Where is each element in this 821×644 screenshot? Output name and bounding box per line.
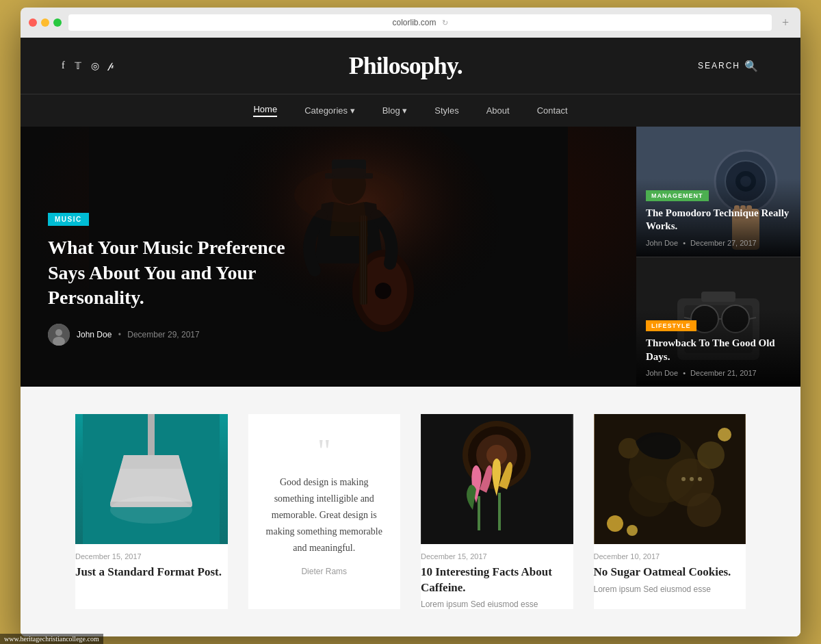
search-area[interactable]: SEARCH 🔍 — [698, 60, 759, 73]
search-icon[interactable]: 🔍 — [744, 60, 759, 73]
hero-side-cards: MANAGEMENT The Pomodoro Technique Really… — [636, 127, 800, 387]
quote-card: " Good design is making something intell… — [248, 414, 401, 597]
maximize-button[interactable] — [53, 18, 62, 27]
hero-section: MUSIC What Your Music Preference Says Ab… — [21, 127, 800, 387]
svg-rect-35 — [148, 414, 155, 455]
posts-grid: December 15, 2017 Just a Standard Format… — [75, 414, 746, 608]
side-badge-1: MANAGEMENT — [646, 190, 709, 201]
side-badge-2: LIFESTYLE — [646, 320, 696, 331]
nav-item-blog[interactable]: Blog ▾ — [382, 104, 408, 117]
post-1-date: December 15, 2017 — [75, 544, 228, 565]
svg-rect-46 — [498, 493, 501, 530]
post-card-coffee[interactable]: December 15, 2017 10 Interesting Facts A… — [421, 414, 573, 608]
side-card-lifestyle[interactable]: LIFESTYLE Throwback To The Good Old Days… — [636, 257, 800, 387]
hero-author: John Doe • December 29, 2017 — [48, 324, 609, 346]
bottom-section: December 15, 2017 Just a Standard Format… — [21, 387, 800, 636]
svg-marker-37 — [120, 455, 182, 469]
hero-main-article[interactable]: MUSIC What Your Music Preference Says Ab… — [21, 127, 636, 387]
instagram-icon[interactable]: ◎ — [91, 60, 99, 72]
minimize-button[interactable] — [41, 18, 49, 27]
browser-window: colorlib.com ↻ + f 𝕋 ◎ 𝓅 Philosophy. SEA… — [21, 8, 800, 636]
post-4-excerpt: Lorem ipsum Sed eiusmod esse — [594, 584, 746, 594]
site-header: f 𝕋 ◎ 𝓅 Philosophy. SEARCH 🔍 — [21, 38, 800, 94]
side-card-management[interactable]: MANAGEMENT The Pomodoro Technique Really… — [636, 127, 800, 257]
hero-date: December 29, 2017 — [127, 330, 199, 339]
svg-point-14 — [55, 329, 62, 336]
post-1-meta: December 15, 2017 Just a Standard Format… — [75, 544, 228, 580]
site-navigation: Home Categories ▾ Blog ▾ Styles About Co… — [21, 94, 800, 127]
quote-author: Dieter Rams — [301, 567, 347, 576]
facebook-icon[interactable]: f — [62, 60, 65, 72]
music-badge: MUSIC — [48, 213, 89, 226]
hero-overlay: MUSIC What Your Music Preference Says Ab… — [48, 212, 609, 346]
svg-point-55 — [690, 477, 694, 481]
post-card-lamp[interactable]: December 15, 2017 Just a Standard Format… — [75, 414, 228, 608]
post-image-coffee — [421, 414, 573, 544]
nav-item-about[interactable]: About — [486, 104, 510, 117]
side-card-2-meta: John Doe • December 21, 2017 — [646, 369, 791, 377]
post-4-info: December 10, 2017 No Sugar Oatmeal Cooki… — [594, 544, 746, 593]
svg-point-57 — [607, 515, 623, 532]
post-card-quote[interactable]: " Good design is making something intell… — [248, 414, 401, 608]
site-title: Philosophy. — [349, 51, 462, 80]
svg-point-52 — [697, 441, 725, 469]
svg-rect-45 — [478, 496, 480, 530]
website-content: f 𝕋 ◎ 𝓅 Philosophy. SEARCH 🔍 Home Catego… — [21, 38, 800, 636]
author-avatar — [48, 324, 70, 346]
post-3-info: December 15, 2017 10 Interesting Facts A… — [421, 544, 573, 608]
nav-item-styles[interactable]: Styles — [434, 104, 458, 117]
nav-item-categories[interactable]: Categories ▾ — [304, 104, 354, 117]
side-card-1-overlay: MANAGEMENT The Pomodoro Technique Really… — [636, 179, 800, 257]
svg-point-39 — [110, 496, 192, 524]
social-icons: f 𝕋 ◎ 𝓅 — [62, 60, 114, 72]
side-card-2-title: Throwback To The Good Old Days. — [646, 337, 791, 363]
nav-item-contact[interactable]: Contact — [537, 104, 568, 117]
post-3-date: December 15, 2017 — [421, 544, 573, 565]
svg-point-51 — [618, 438, 639, 459]
quote-text: Good design is making something intellig… — [262, 474, 387, 556]
author-info: John Doe • December 29, 2017 — [77, 330, 200, 339]
side-card-1-meta: John Doe • December 27, 2017 — [646, 239, 791, 247]
post-card-food[interactable]: December 10, 2017 No Sugar Oatmeal Cooki… — [594, 414, 746, 608]
svg-rect-3 — [325, 173, 373, 179]
address-bar[interactable]: colorlib.com ↻ — [68, 14, 772, 31]
close-button[interactable] — [29, 18, 37, 27]
browser-dots — [29, 18, 62, 27]
post-3-excerpt: Lorem ipsum Sed eiusmod esse — [421, 600, 573, 609]
pinterest-icon[interactable]: 𝓅 — [109, 60, 114, 72]
svg-point-58 — [718, 428, 731, 441]
browser-chrome: colorlib.com ↻ + — [21, 8, 800, 38]
svg-rect-4 — [332, 159, 366, 177]
url-text: colorlib.com — [392, 18, 436, 27]
post-1-title: Just a Standard Format Post. — [75, 565, 228, 580]
post-image-food — [594, 414, 746, 544]
side-card-1-title: The Pomodoro Technique Really Works. — [646, 207, 791, 233]
nav-item-home[interactable]: Home — [253, 104, 277, 117]
post-4-date: December 10, 2017 — [594, 544, 746, 565]
new-tab-button[interactable]: + — [779, 16, 792, 29]
side-card-2-overlay: LIFESTYLE Throwback To The Good Old Days… — [636, 309, 800, 387]
svg-point-56 — [698, 477, 702, 481]
status-bar-url: www.heritagechristiancollege.com — [0, 634, 103, 644]
svg-rect-28 — [701, 292, 735, 302]
hero-title: What Your Music Preference Says About Yo… — [48, 235, 308, 310]
svg-point-59 — [627, 525, 638, 536]
post-4-title: No Sugar Oatmeal Cookies. — [594, 565, 746, 580]
svg-point-50 — [629, 476, 670, 517]
svg-point-2 — [332, 166, 366, 204]
post-image-lamp — [75, 414, 228, 544]
svg-point-54 — [681, 477, 686, 481]
search-label: SEARCH — [698, 61, 740, 70]
quote-mark: " — [317, 435, 331, 467]
author-name: John Doe — [77, 330, 112, 339]
svg-point-53 — [687, 493, 721, 527]
post-3-title: 10 Interesting Facts About Caffeine. — [421, 565, 573, 595]
twitter-icon[interactable]: 𝕋 — [75, 60, 81, 72]
